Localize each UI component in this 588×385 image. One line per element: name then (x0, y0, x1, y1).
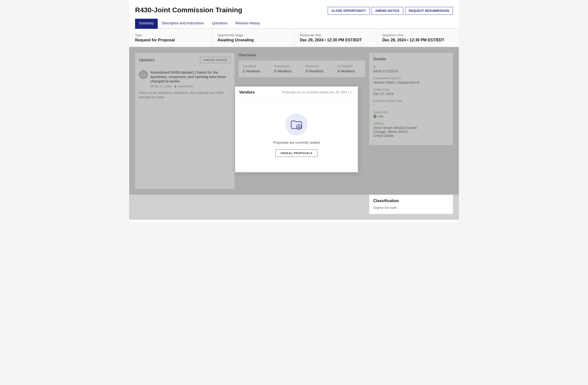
sealed-bid-icon: ✓ (373, 115, 377, 118)
detail-id-label: ID (373, 65, 449, 69)
tab-questions[interactable]: Questions (208, 19, 231, 29)
update-body: Dates for the questions, responses, and … (139, 91, 231, 99)
sealed-folder-icon (290, 118, 303, 131)
detail-id: ID R430-27122024 (373, 65, 449, 73)
detail-id-value: R430-27122024 (373, 69, 449, 73)
create-update-button[interactable]: CREATE UPDATE (200, 57, 231, 63)
vendors-header: Vendors Proposals can be unsealed starti… (235, 87, 358, 98)
stat-questions-due-value: Dec 28, 2024 • 12:30 PM EST/EDT (382, 38, 453, 42)
overview-inprogress-value: 0 Vendors (337, 69, 361, 73)
amend-notice-button[interactable]: AMEND NOTICE (372, 7, 403, 15)
updates-section: Updates CREATE UPDATE Amendment R430-Upd… (135, 53, 234, 189)
update-card: Amendment R430-Update1 | Dates for the q… (139, 67, 231, 102)
overview-title: Overview (238, 53, 365, 57)
overview-inprogress-label: In Progress (337, 65, 361, 68)
stat-stage: Opportunity Stage Awaiting Unsealing (211, 29, 294, 47)
stat-response-due-label: Response Due (300, 33, 370, 37)
classification-section: Classification Original Set Aside (369, 195, 453, 214)
detail-sealed-value: ✓ Yes (373, 114, 449, 118)
page-wrapper: R430-Joint Commission Training CLOSE OPP… (129, 0, 459, 222)
stat-questions-due-label: Questions Due (382, 33, 453, 37)
detail-dept-label: Department / Agency (373, 77, 449, 80)
stat-type-label: Type (135, 33, 206, 37)
header-actions: CLOSE OPPORTUNITY AMEND NOTICE REQUEST R… (328, 7, 453, 15)
detail-address-line2: Chicago, Illinois 60612 (373, 130, 449, 134)
tab-revision-history[interactable]: Revision History (231, 19, 264, 29)
tab-summary[interactable]: Summary (135, 19, 158, 29)
updates-header: Updates CREATE UPDATE (139, 57, 231, 63)
overview-stat-resubmission: Resubmissi... 0 Vendors (270, 61, 302, 77)
detail-address-line1: Jesse Brown Medical Center (373, 126, 449, 130)
main-content: Updates CREATE UPDATE Amendment R430-Upd… (129, 47, 459, 195)
detail-address-label: Address (373, 122, 449, 125)
updates-title: Updates (139, 58, 154, 62)
unseal-proposals-button[interactable]: UNSEAL PROPOSALS (275, 149, 318, 157)
overview-submitted-value: 2 Vendors (243, 69, 266, 73)
stat-type: Type Request for Proposal (129, 29, 211, 47)
update-card-inner: Amendment R430-Update1 | Dates for the q… (139, 70, 231, 88)
detail-address: Address Jesse Brown Medical Center Chica… (373, 122, 449, 137)
detail-dept: Department / Agency Veteran Affairs, Dep… (373, 77, 449, 84)
overview-stat-submitted: Submitted 2 Vendors (239, 61, 270, 77)
update-title: Amendment R430-Update1 | Dates for the q… (150, 70, 231, 84)
update-meta: Dec 27, 2024 Amendment (150, 85, 231, 88)
stat-response-due-value: Dec 29, 2024 • 12:30 PM EST/EDT (300, 38, 370, 42)
detail-dept-value: Veteran Affairs, Department of (373, 81, 449, 84)
detail-sam: SAM.gov Posted Date - (373, 99, 449, 107)
vendors-body: Proposals are currently sealed UNSEAL PR… (235, 98, 358, 172)
update-date-text: Dec 27, 2024 (154, 85, 171, 88)
svg-point-2 (299, 127, 299, 128)
detail-sealed-label: Sealed Bid (373, 111, 449, 114)
update-text: Amendment R430-Update1 | Dates for the q… (150, 70, 231, 88)
page-title: R430-Joint Commission Training (135, 6, 242, 14)
vendors-subtitle: Proposals can be unsealed starting Dec 3… (282, 91, 354, 94)
overview-submitted-label: Submitted (243, 65, 266, 68)
detail-posted-value: Dec 27, 2024 (373, 92, 449, 96)
detail-posted-label: Posted Date (373, 88, 449, 91)
overview-interested-value: 0 Vendors (306, 69, 329, 73)
stat-response-due: Response Due Dec 29, 2024 • 12:30 PM EST… (294, 29, 377, 47)
overview-resubmission-label: Resubmissi... (274, 65, 298, 68)
update-date: Dec 27, 2024 (150, 85, 171, 88)
vendors-title: Vendors (239, 90, 255, 94)
sealed-text: Proposals are currently sealed (273, 140, 320, 144)
sealed-icon-wrapper (285, 113, 308, 136)
overview-stats: Submitted 2 Vendors Resubmissi... 0 Vend… (238, 60, 365, 77)
detail-sealed: Sealed Bid ✓ Yes (373, 111, 449, 118)
close-opportunity-button[interactable]: CLOSE OPPORTUNITY (328, 7, 370, 15)
update-type-text: Amendment (178, 85, 194, 88)
update-type: Amendment (174, 85, 194, 88)
original-set-aside-label: Original Set Aside (373, 206, 449, 209)
request-resubmission-button[interactable]: REQUEST RESUBMISSION (405, 7, 453, 15)
tabs-bar: Summary Description and Instructions Que… (129, 19, 459, 29)
details-title: Details (373, 57, 449, 61)
stat-type-value: Request for Proposal (135, 38, 206, 42)
overview-stat-inprogress: In Progress 0 Vendors (334, 61, 365, 77)
stat-stage-label: Opportunity Stage (217, 33, 288, 37)
page-header: R430-Joint Commission Training CLOSE OPP… (129, 0, 459, 19)
stat-stage-value: Awaiting Unsealing (217, 38, 288, 42)
sealed-bid-text: Yes (378, 114, 383, 118)
details-section: Details ID R430-27122024 Department / Ag… (369, 53, 453, 145)
stat-questions-due: Questions Due Dec 28, 2024 • 12:30 PM ES… (377, 29, 459, 47)
stats-row: Type Request for Proposal Opportunity St… (129, 29, 459, 47)
overview-resubmission-value: 0 Vendors (274, 69, 298, 73)
detail-posted: Posted Date Dec 27, 2024 (373, 88, 449, 96)
overview-interested-label: Interested (306, 65, 329, 68)
classification-title: Classification (373, 199, 449, 203)
detail-sam-label: SAM.gov Posted Date (373, 99, 449, 103)
update-icon (139, 70, 148, 79)
detail-address-line3: United States (373, 134, 449, 137)
tab-description[interactable]: Description and Instructions (158, 19, 208, 29)
overview-stat-interested: Interested 0 Vendors (302, 61, 334, 77)
detail-sam-value: - (373, 103, 449, 107)
vendors-overlay: Vendors Proposals can be unsealed starti… (235, 86, 358, 172)
